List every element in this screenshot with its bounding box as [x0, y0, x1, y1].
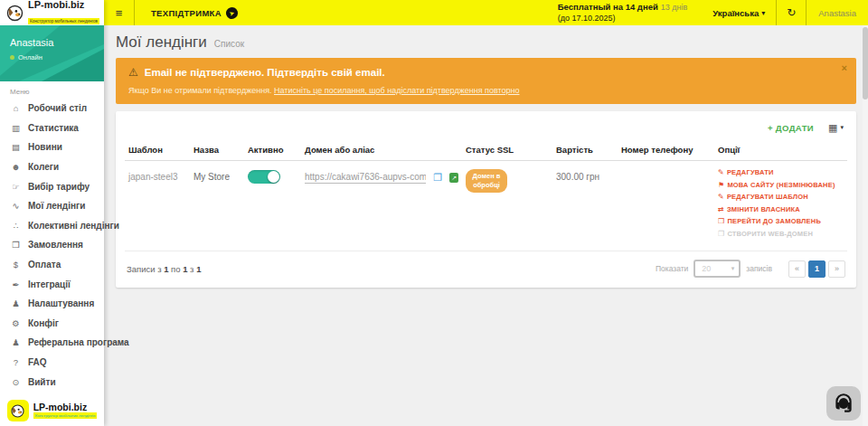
- telegram-icon: ➤: [224, 5, 240, 21]
- row-price: 300.00 грн: [552, 161, 618, 251]
- option-site-language[interactable]: ⚑ МОВА САЙТУ (НЕЗМІНЮВАНЕ): [718, 181, 844, 189]
- domain-link[interactable]: https://cakawi7636-aupvs-com-42: [305, 172, 426, 184]
- page-icon: ❐: [718, 230, 724, 238]
- scrollbar[interactable]: [863, 25, 868, 426]
- language-selector[interactable]: Українська ▾: [702, 0, 776, 25]
- external-link-icon[interactable]: ↗: [449, 173, 458, 183]
- brand-name: LP-mobi.biz: [33, 402, 98, 412]
- copy-icon[interactable]: ❐: [433, 173, 442, 183]
- brand-logo-bottom[interactable]: LP-mobi.biz Конструктор мобільних лендін…: [0, 400, 104, 421]
- active-toggle[interactable]: [248, 170, 280, 184]
- sidebar-item-integrations[interactable]: ✒ Інтеграції: [0, 274, 104, 294]
- pagination: « 1 »: [788, 260, 845, 278]
- resend-confirmation-link[interactable]: Натисніть це посилання, щоб надіслати пі…: [274, 86, 519, 95]
- sidebar-item-tariff[interactable]: ☞ Вибір тарифу: [0, 176, 104, 196]
- row-phone: [618, 161, 714, 251]
- page-title: Мої лендінги: [116, 33, 207, 52]
- option-change-owner[interactable]: ⇄ ЗМІНИТИ ВЛАСНИКА: [718, 205, 844, 213]
- row-name: My Store: [190, 161, 244, 251]
- col-phone: Номер телефону: [618, 137, 714, 161]
- tech-support-link[interactable]: ТЕХПІДТРИМКА ➤: [151, 7, 238, 19]
- headset-icon: [832, 392, 855, 415]
- warning-icon: ⚠: [128, 66, 138, 79]
- landings-icon: ∿: [10, 201, 22, 211]
- show-label: Показати: [656, 264, 688, 273]
- col-options: Опції: [714, 137, 847, 161]
- faq-icon: ?: [10, 357, 22, 367]
- page-1-button[interactable]: 1: [808, 260, 826, 278]
- table-header-row: Шаблон Назва Активно Домен або аліас Ста…: [125, 137, 847, 161]
- ssl-status-badge: Домен в обробці: [466, 169, 507, 193]
- col-name: Назва: [190, 137, 244, 161]
- settings-icon: ♟: [10, 298, 22, 308]
- page-header: Мої лендінги Список: [116, 33, 856, 52]
- chevron-down-icon: ▾: [731, 265, 735, 272]
- view-mode-button[interactable]: ▦ ▾: [828, 122, 844, 134]
- cart-icon: ❒: [718, 217, 724, 225]
- col-price: Вартість: [552, 137, 618, 161]
- sidebar-item-orders[interactable]: ❒ Замовлення: [0, 235, 104, 255]
- edit-icon: ✎: [718, 193, 724, 201]
- table-footer: Записи з 1 по 1 з 1 Показати 20 ▾ записі…: [125, 251, 847, 284]
- edit-icon: ✎: [718, 168, 724, 176]
- main-content: Мої лендінги Список ⚠ Email не підтвердж…: [104, 25, 868, 426]
- page-size-value: 20: [702, 264, 711, 273]
- brand-logo[interactable]: LP-mobi.biz Конструктор мобильных лендин…: [0, 0, 104, 25]
- option-edit-template[interactable]: ✎ РЕДАГУВАТИ ШАБЛОН: [718, 193, 844, 201]
- col-ssl-status: Статус SSL: [462, 137, 552, 161]
- banner-text: Якщо Ви не отримали підтвердження.: [128, 86, 274, 95]
- online-dot-icon: [10, 55, 14, 60]
- sidebar-item-news[interactable]: ▤ Новини: [0, 137, 104, 157]
- sidebar-item-my-landings[interactable]: ∿ Мої лендінги: [0, 196, 104, 216]
- landings-card: + ДОДАТИ ▦ ▾ Шаблон Назва Активно Домен …: [116, 111, 856, 288]
- prev-page-button[interactable]: «: [788, 260, 806, 278]
- logout-icon: ⊙: [10, 377, 22, 387]
- hamburger-icon: ≡: [116, 6, 123, 20]
- email-warning-banner: ⚠ Email не підтверджено. Підтвердіть сві…: [116, 58, 856, 104]
- exchange-icon: ⇄: [718, 205, 724, 213]
- grid-icon: ▦: [828, 122, 837, 134]
- referral-icon: ♟: [10, 337, 22, 347]
- option-go-to-orders[interactable]: ❒ ПЕРЕЙТИ ДО ЗАМОВЛЕНЬ: [718, 217, 844, 225]
- records-label: записів: [746, 264, 772, 273]
- sidebar-item-payment[interactable]: $ Оплата: [0, 255, 104, 275]
- tech-support-label: ТЕХПІДТРИМКА: [151, 8, 222, 18]
- sidebar-item-statistics[interactable]: ▥ Статистика: [0, 118, 104, 138]
- config-icon: ⚙: [10, 318, 22, 328]
- integrations-icon: ✒: [10, 279, 22, 289]
- flag-icon: ⚑: [718, 181, 724, 189]
- sidebar-item-collective-landings[interactable]: ∴ Колективні лендінги: [0, 216, 104, 236]
- chevron-down-icon: ▾: [761, 9, 765, 17]
- col-active: Активно: [244, 137, 301, 161]
- next-page-button[interactable]: »: [828, 260, 845, 278]
- collective-icon: ∴: [10, 221, 22, 231]
- sidebar-item-faq[interactable]: ? FAQ: [0, 353, 104, 373]
- stats-icon: ▥: [10, 123, 22, 133]
- scrollbar-thumb[interactable]: [863, 27, 868, 99]
- support-chat-button[interactable]: [826, 386, 861, 421]
- topbar: ≡ ТЕХПІДТРИМКА ➤ Бесплатный на 14 дней13…: [104, 0, 868, 25]
- sidebar-item-referral[interactable]: ♟ Реферальна програма: [0, 333, 104, 353]
- language-label: Українська: [712, 8, 759, 18]
- colleagues-icon: ☻: [10, 162, 22, 172]
- desktop-icon: ⌂: [10, 103, 22, 113]
- records-info: Записи з 1 по 1 з 1: [127, 264, 201, 274]
- page-size-select[interactable]: 20 ▾: [693, 260, 741, 278]
- option-edit[interactable]: ✎ РЕДАГУВАТИ: [718, 168, 844, 176]
- hamburger-menu-button[interactable]: ≡: [104, 0, 135, 25]
- trial-title: Бесплатный на 14 дней: [558, 2, 658, 12]
- add-landing-button[interactable]: + ДОДАТИ: [768, 123, 814, 133]
- topbar-username[interactable]: Anastasia: [807, 8, 868, 18]
- sidebar-item-settings[interactable]: ♟ Налаштування: [0, 294, 104, 314]
- refresh-button[interactable]: ↻: [776, 0, 807, 25]
- sidebar-item-desktop[interactable]: ⌂ Робочий стіл: [0, 99, 104, 118]
- sidebar-item-colleagues[interactable]: ☻ Колеги: [0, 157, 104, 177]
- menu-section-label: Меню: [0, 81, 104, 99]
- trial-info: Бесплатный на 14 дней13 днів (до 17.10.2…: [558, 2, 688, 24]
- sidebar-item-logout[interactable]: ⊙ Вийти: [0, 372, 104, 392]
- sidebar-item-config[interactable]: ⚙ Конфіг: [0, 314, 104, 334]
- sidebar-nav: ⌂ Робочий стіл ▥ Статистика ▤ Новини ☻ К…: [0, 99, 104, 392]
- banner-close-icon[interactable]: ×: [842, 62, 847, 73]
- user-panel: Anastasia Онлайн: [0, 25, 104, 81]
- row-template: japan-steel3: [125, 161, 190, 251]
